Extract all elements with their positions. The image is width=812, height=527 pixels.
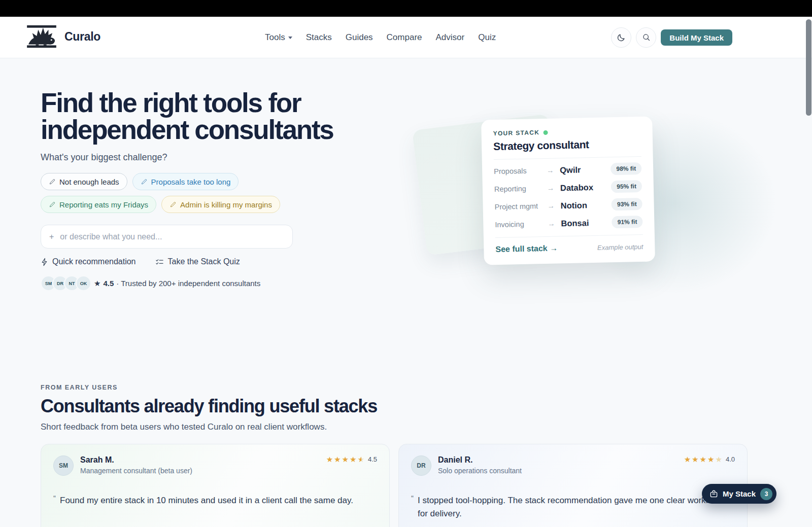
- testimonials-eyebrow: FROM EARLY USERS: [41, 384, 118, 391]
- your-stack-card: YOUR STACK Strategy consultant Proposals…: [481, 117, 655, 265]
- status-dot-icon: [544, 130, 548, 134]
- reviewer-name: Daniel R.: [438, 455, 522, 465]
- reviewer-role: Solo operations consultant: [438, 467, 522, 475]
- arrow-right-icon: →: [547, 202, 554, 210]
- stack-row: Reporting → Databox 95% fit: [494, 180, 642, 195]
- rating-value: 4.0: [726, 455, 735, 463]
- search-button[interactable]: [636, 27, 656, 48]
- stack-tool: Bonsai: [561, 218, 612, 228]
- hero-subtitle: What's your biggest challenge?: [41, 152, 167, 163]
- quote-icon: “: [411, 494, 414, 520]
- pencil-icon: [49, 179, 55, 185]
- star-icon: [700, 455, 706, 463]
- fit-badge: 93% fit: [612, 198, 642, 210]
- build-my-stack-button[interactable]: Build My Stack: [661, 29, 732, 46]
- avatar-group: SM DR NT OK: [41, 275, 87, 291]
- describe-need-input[interactable]: [59, 232, 284, 242]
- trust-text: ★ 4.5 · Trusted by 200+ independent cons…: [94, 279, 260, 288]
- moon-icon: [617, 33, 626, 42]
- plus-icon: +: [49, 232, 54, 241]
- stack-category: Reporting: [494, 184, 547, 193]
- quote-icon: “: [53, 494, 56, 507]
- chip-admin-margins[interactable]: Admin is killing my margins: [161, 196, 280, 213]
- brand-name: Curalo: [64, 30, 100, 44]
- fit-badge: 95% fit: [611, 180, 642, 193]
- stack-card-title: Strategy consultant: [493, 137, 641, 153]
- stack-tool: Notion: [560, 200, 612, 210]
- reviewer-role: Management consultant (beta user): [80, 467, 192, 475]
- stack-tool: Databox: [560, 182, 612, 193]
- hero-title: Find the right tools for independent con…: [41, 89, 333, 143]
- star-icon: [684, 455, 691, 463]
- dark-mode-toggle[interactable]: [611, 27, 631, 48]
- testimonial-card: SM Sarah M. Management consultant (beta …: [41, 444, 390, 527]
- arrow-right-icon: →: [548, 220, 555, 228]
- main-nav: Tools Stacks Guides Compare Advisor Quiz: [265, 17, 496, 58]
- top-black-bar: [0, 0, 812, 17]
- see-full-stack-link[interactable]: See full stack →: [495, 243, 558, 254]
- star-rating: 4.5: [326, 455, 377, 463]
- search-icon: [642, 33, 651, 42]
- describe-need-field[interactable]: +: [41, 225, 293, 249]
- testimonial-quote: Found my entire stack in 10 minutes and …: [60, 494, 353, 507]
- avatar: OK: [76, 275, 91, 291]
- star-icon: [350, 455, 356, 463]
- star-empty-icon: [715, 455, 722, 463]
- stack-row: Invoicing → Bonsai 91% fit: [495, 216, 642, 231]
- testimonial-cards: SM Sarah M. Management consultant (beta …: [41, 444, 748, 527]
- nav-item-stacks[interactable]: Stacks: [306, 32, 332, 43]
- star-icon: ★: [94, 279, 100, 288]
- stack-category: Invoicing: [495, 220, 548, 229]
- challenge-chips: Not enough leads Proposals take too long…: [41, 173, 315, 213]
- example-output-note: Example output: [597, 242, 644, 251]
- nav-item-tools[interactable]: Tools: [265, 32, 292, 43]
- rating-value: 4.5: [368, 455, 377, 463]
- my-stack-floating-button[interactable]: My Stack 3: [702, 484, 776, 504]
- testimonial-quote: I stopped tool-hopping. The stack recomm…: [418, 494, 722, 520]
- lightning-icon: [41, 258, 48, 266]
- testimonials-subtitle: Short feedback from beta users who teste…: [41, 422, 327, 432]
- stack-row: Project mgmt → Notion 93% fit: [494, 198, 642, 213]
- testimonial-card: DR Daniel R. Solo operations consultant …: [398, 444, 748, 527]
- star-icon: [342, 455, 349, 463]
- chip-proposals-too-long[interactable]: Proposals take too long: [132, 173, 239, 190]
- nav-item-quiz[interactable]: Quiz: [478, 32, 496, 43]
- my-stack-count-badge: 3: [760, 488, 772, 500]
- chip-reporting-fridays[interactable]: Reporting eats my Fridays: [41, 196, 156, 213]
- stack-category: Project mgmt: [494, 202, 547, 211]
- nav-item-advisor[interactable]: Advisor: [436, 32, 465, 43]
- header-actions: Build My Stack: [611, 17, 732, 58]
- stack-category: Proposals: [494, 166, 547, 175]
- arrow-right-icon: →: [547, 184, 554, 192]
- header: Curalo Tools Stacks Guides Compare Advis…: [0, 17, 812, 58]
- divider: [495, 234, 643, 238]
- avatar: DR: [411, 455, 431, 476]
- star-icon: [334, 455, 341, 463]
- nav-item-guides[interactable]: Guides: [346, 32, 373, 43]
- brand[interactable]: Curalo: [26, 24, 100, 49]
- hedgehog-logo-icon: [26, 24, 57, 49]
- star-rating: 4.0: [684, 455, 735, 463]
- fit-badge: 91% fit: [612, 216, 642, 228]
- page: Curalo Tools Stacks Guides Compare Advis…: [0, 0, 812, 527]
- arrow-right-icon: →: [547, 166, 554, 174]
- avatar: SM: [53, 455, 74, 476]
- reviewer-name: Sarah M.: [80, 455, 192, 465]
- star-icon: [707, 455, 714, 463]
- stack-row: Proposals → Qwilr 98% fit: [494, 162, 641, 178]
- nav-item-compare[interactable]: Compare: [387, 32, 422, 43]
- pencil-icon: [141, 179, 147, 185]
- stack-card-eyebrow: YOUR STACK: [493, 129, 539, 137]
- divider: [494, 156, 641, 160]
- chevron-down-icon: [288, 37, 292, 39]
- quick-recommendation-link[interactable]: Quick recommendation: [41, 257, 136, 266]
- star-half-icon: [357, 455, 364, 463]
- scrollbar-thumb[interactable]: [806, 19, 811, 116]
- pencil-icon: [49, 201, 55, 208]
- stack-tool: Qwilr: [560, 164, 611, 175]
- hero-quick-links: Quick recommendation Take the Stack Quiz: [41, 257, 240, 266]
- chip-not-enough-leads[interactable]: Not enough leads: [41, 173, 127, 190]
- stack-quiz-link[interactable]: Take the Stack Quiz: [155, 257, 240, 266]
- my-stack-label: My Stack: [723, 489, 756, 498]
- fit-badge: 98% fit: [611, 162, 641, 175]
